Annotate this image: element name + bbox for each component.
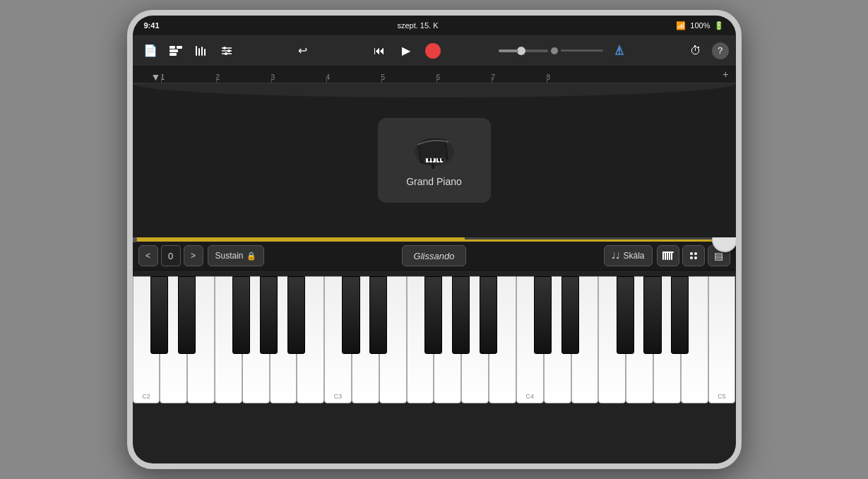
toolbar-left-group: 📄 <box>140 40 237 61</box>
playhead-icon: ▼ <box>151 71 161 83</box>
tempo-slider[interactable] <box>561 49 603 52</box>
black-key-5[interactable] <box>287 276 305 354</box>
octave-label-5: C5 <box>709 393 735 400</box>
ruler-mark-2: 2 <box>216 73 271 81</box>
svg-rect-4 <box>196 46 197 56</box>
status-date: szept. 15. K <box>397 21 438 30</box>
svg-rect-6 <box>201 47 203 56</box>
toolbar: 📄 <box>133 35 736 66</box>
black-key-11[interactable] <box>452 276 470 354</box>
status-time: 9:41 <box>144 21 160 30</box>
battery-icon: 🔋 <box>714 21 724 30</box>
svg-rect-7 <box>204 49 206 56</box>
octave-label-3: C3 <box>325 393 351 400</box>
status-bar: 9:41 szept. 15. K 📶 100% 🔋 <box>133 16 736 35</box>
black-key-3[interactable] <box>232 276 250 354</box>
scala-notes-icon: ♩♩ <box>612 251 620 261</box>
scala-button[interactable]: ♩♩ Skála <box>604 245 652 266</box>
help-button[interactable]: ? <box>712 42 729 59</box>
wifi-icon: 📶 <box>676 21 686 30</box>
record-indicator <box>425 43 441 59</box>
controls-bar: < 0 > Sustain 🔒 Glissando ♩♩ Skála <box>133 240 736 271</box>
ruler-mark-4: 4 <box>326 73 381 81</box>
black-key-15[interactable] <box>561 276 579 354</box>
tracks-button[interactable] <box>165 40 186 61</box>
black-key-10[interactable] <box>424 276 442 354</box>
octave-value: 0 <box>161 245 181 266</box>
octave-next-button[interactable]: > <box>184 245 203 266</box>
svg-rect-27 <box>441 158 444 161</box>
svg-rect-3 <box>177 46 182 49</box>
black-key-7[interactable] <box>342 276 359 354</box>
ruler-mark-8: 8 <box>547 73 602 81</box>
sustain-label: Sustain <box>215 251 244 261</box>
volume-dot <box>551 47 558 54</box>
instrument-card[interactable]: Grand Piano <box>378 118 491 203</box>
battery-label: 100% <box>690 21 710 30</box>
instrument-name-label: Grand Piano <box>406 176 462 187</box>
velocity-button[interactable] <box>682 245 705 266</box>
black-key-4[interactable] <box>260 276 278 354</box>
svg-rect-28 <box>432 163 434 169</box>
clock-button[interactable]: ⏱ <box>685 40 706 61</box>
svg-point-37 <box>690 256 693 259</box>
keyboard-layout-button[interactable] <box>657 245 679 266</box>
lock-icon: 🔒 <box>246 252 256 261</box>
black-key-17[interactable] <box>617 276 634 354</box>
ruler-mark-6: 6 <box>436 73 492 81</box>
svg-rect-26 <box>438 158 440 161</box>
svg-rect-25 <box>432 158 434 161</box>
piano-keyboard: C2C3C4C5 <box>133 271 736 463</box>
volume-control[interactable] <box>499 47 603 54</box>
svg-line-16 <box>618 49 619 50</box>
status-right: 📶 100% 🔋 <box>676 21 724 30</box>
octave-prev-button[interactable]: < <box>138 245 158 266</box>
octave-label-4: C4 <box>517 393 543 400</box>
black-key-18[interactable] <box>643 276 661 354</box>
controls-button[interactable] <box>216 40 237 61</box>
undo-button[interactable]: ↩ <box>292 40 314 61</box>
svg-point-35 <box>690 252 693 255</box>
timeline-ruler: ▼ 1 2 3 4 5 6 7 8 + <box>133 66 736 83</box>
volume-slider[interactable] <box>499 49 548 52</box>
new-document-button[interactable]: 📄 <box>140 40 161 61</box>
side-dot <box>131 237 137 242</box>
svg-rect-2 <box>170 53 177 56</box>
glissando-button[interactable]: Glissando <box>402 245 467 266</box>
svg-point-38 <box>694 256 697 259</box>
mixer-button[interactable] <box>191 40 212 61</box>
svg-rect-0 <box>170 46 175 49</box>
ruler-mark-5: 5 <box>381 73 436 81</box>
black-key-8[interactable] <box>369 276 387 354</box>
ruler-marks: 1 2 3 4 5 6 7 8 <box>154 73 736 81</box>
play-button[interactable]: ▶ <box>396 40 417 61</box>
ruler-mark-7: 7 <box>492 73 547 81</box>
black-key-12[interactable] <box>480 276 497 354</box>
ruler-mark-1: 1 <box>161 73 216 81</box>
grand-piano-icon <box>412 134 457 170</box>
svg-rect-1 <box>170 49 178 52</box>
svg-rect-5 <box>198 48 200 56</box>
octave-control-group: < 0 > <box>138 245 203 266</box>
volume-knob[interactable] <box>517 47 525 55</box>
content-area: Grand Piano < 0 > Sustain 🔒 Glissando ♩♩ <box>133 83 736 463</box>
ruler-mark-3: 3 <box>271 73 326 81</box>
scala-label: Skála <box>623 251 644 261</box>
octave-label-2: C2 <box>133 393 160 400</box>
black-key-14[interactable] <box>534 276 552 354</box>
instrument-display: Grand Piano <box>133 83 736 237</box>
black-key-1[interactable] <box>178 276 196 354</box>
glissando-label: Glissando <box>414 251 455 261</box>
sustain-button[interactable]: Sustain 🔒 <box>208 245 264 266</box>
record-button[interactable] <box>422 40 444 61</box>
black-key-19[interactable] <box>671 276 689 354</box>
add-track-button[interactable]: + <box>723 69 728 80</box>
svg-point-9 <box>223 47 226 49</box>
svg-point-13 <box>225 52 227 55</box>
metronome-button[interactable] <box>609 40 630 61</box>
svg-point-11 <box>227 49 230 52</box>
white-key-21[interactable]: C5 <box>708 276 736 403</box>
svg-rect-34 <box>662 252 674 253</box>
rewind-button[interactable]: ⏮ <box>369 40 390 61</box>
black-key-0[interactable] <box>150 276 168 354</box>
